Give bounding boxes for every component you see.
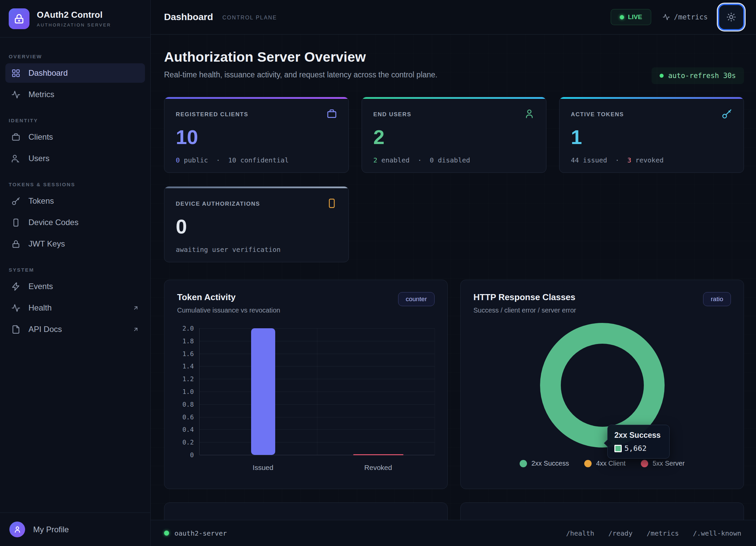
revoked-bar[interactable] — [353, 454, 403, 455]
sidebar-item-label: JWT Keys — [28, 239, 65, 249]
sun-icon — [726, 12, 737, 22]
sidebar-item-clients[interactable]: Clients — [5, 127, 145, 147]
my-profile[interactable]: My Profile — [0, 513, 150, 546]
activity-icon — [11, 90, 20, 99]
card-value: 1 — [571, 127, 732, 147]
auto-refresh-badge: auto-refresh 30s — [652, 67, 744, 84]
theme-toggle-button[interactable] — [719, 5, 743, 29]
clipped-panel-row — [164, 502, 744, 520]
sidebar-item-label: Metrics — [28, 90, 54, 99]
card-sub-part: 3 — [627, 156, 631, 164]
card-label: ACTIVE TOKENS — [571, 109, 624, 118]
brand: OAuth2 Control AUTHORIZATION SERVER — [0, 0, 150, 38]
sidebar-item-jwt-keys[interactable]: JWT Keys — [5, 234, 145, 254]
endpoint-well-known[interactable]: /.well-known — [693, 529, 742, 537]
refresh-dot-icon — [660, 74, 664, 78]
plot-area: Issued Revoked — [199, 328, 435, 455]
token-activity-panel: Token Activity Cumulative issuance vs re… — [164, 280, 448, 489]
y-tick: 0 — [190, 451, 194, 459]
metrics-link[interactable]: /metrics — [663, 13, 708, 21]
sidebar-item-users[interactable]: Users — [5, 149, 145, 168]
stat-card-registered-clients: REGISTERED CLIENTS 10 0 public · 10 conf… — [164, 97, 349, 173]
card-sub-part: 2 — [373, 156, 377, 164]
issued-bar[interactable] — [251, 328, 275, 455]
card-sub-part: revoked — [631, 156, 664, 164]
y-tick: 1.8 — [182, 337, 194, 345]
counter-badge: counter — [398, 292, 435, 306]
sidebar-item-label: Health — [28, 303, 52, 313]
card-sub-part: 0 disabled — [430, 156, 470, 164]
nav-section-system: SYSTEM — [9, 267, 142, 273]
sidebar-item-label: Tokens — [28, 196, 54, 206]
sidebar-item-label: Dashboard — [28, 68, 68, 78]
layout-grid-icon — [11, 69, 20, 78]
legend-item-2xx[interactable]: 2xx Success — [520, 460, 569, 467]
card-sub: 2 enabled · 0 disabled — [373, 156, 535, 164]
card-sub: 44 issued · 3 revoked — [571, 156, 732, 164]
app-title: OAuth2 Control — [37, 10, 111, 20]
endpoint-metrics[interactable]: /metrics — [647, 529, 679, 537]
card-sub-part: public — [180, 156, 208, 164]
sidebar-item-label: API Docs — [28, 325, 62, 334]
legend-item-5xx[interactable]: 5xx Server — [641, 460, 685, 467]
external-link-icon — [133, 326, 139, 333]
legend-item-4xx[interactable]: 4xx Client — [584, 460, 625, 467]
stat-card-active-tokens: ACTIVE TOKENS 1 44 issued · 3 revoked — [559, 97, 744, 173]
live-label: LIVE — [628, 13, 642, 21]
legend-label: 5xx Server — [653, 460, 685, 467]
nav-section-identity: IDENTITY — [9, 118, 142, 123]
live-dot-icon — [620, 15, 624, 19]
user-icon — [524, 109, 535, 119]
legend-dot-red — [641, 460, 648, 467]
stat-card-device-authorizations: DEVICE AUTHORIZATIONS 0 awaiting user ve… — [164, 186, 349, 262]
sidebar-item-api-docs[interactable]: API Docs — [5, 320, 145, 339]
y-tick: 0.4 — [182, 426, 194, 433]
card-sub-part: 0 — [176, 156, 180, 164]
card-sub-part: · — [208, 156, 228, 164]
briefcase-icon — [326, 109, 337, 119]
y-tick: 1.4 — [182, 362, 194, 370]
y-axis: 2.0 1.8 1.6 1.4 1.2 1.0 0.8 0.6 0.4 0.2 … — [177, 328, 199, 455]
http-response-classes-panel: HTTP Response Classes Success / client e… — [460, 280, 744, 489]
clipped-panel — [164, 502, 448, 520]
auto-refresh-label: auto-refresh 30s — [668, 72, 736, 80]
endpoint-links: /health /ready /metrics /.well-known — [566, 529, 741, 537]
x-label-issued: Issued — [253, 464, 274, 472]
tooltip-title: 2xx Success — [614, 431, 663, 440]
sidebar-item-health[interactable]: Health — [5, 298, 145, 318]
y-tick: 2.0 — [182, 325, 194, 332]
topbar-title: Dashboard — [164, 12, 213, 22]
nav-section-overview: OVERVIEW — [9, 54, 142, 59]
lock-icon — [9, 8, 29, 29]
sidebar-item-events[interactable]: Events — [5, 277, 145, 296]
app-window: OAuth2 Control AUTHORIZATION SERVER OVER… — [0, 0, 756, 546]
y-tick: 1.0 — [182, 388, 194, 395]
card-sub-part: · — [607, 156, 627, 164]
tooltip-value: 5,662 — [624, 444, 647, 453]
card-sub: awaiting user verification — [176, 246, 337, 254]
sidebar-item-dashboard[interactable]: Dashboard — [5, 63, 145, 83]
sidebar-item-label: Clients — [28, 132, 53, 142]
card-value: 10 — [176, 127, 337, 147]
tooltip-swatch — [614, 445, 622, 452]
main-area: Dashboard CONTROL PLANE LIVE /metrics — [151, 0, 756, 546]
sidebar-item-tokens[interactable]: Tokens — [5, 191, 145, 211]
user-icon — [9, 522, 25, 537]
card-accent-bar — [164, 97, 349, 99]
v-gridline — [435, 328, 435, 455]
card-sub-part: · — [409, 156, 430, 164]
y-tick: 0.2 — [182, 438, 194, 446]
top-bar: Dashboard CONTROL PLANE LIVE /metrics — [151, 0, 756, 35]
legend-label: 4xx Client — [596, 460, 625, 467]
card-value: 2 — [373, 127, 535, 147]
stat-card-end-users: END USERS 2 2 enabled · 0 disabled — [362, 97, 546, 173]
sidebar-item-device-codes[interactable]: Device Codes — [5, 213, 145, 232]
card-sub-part: 10 confidential — [228, 156, 289, 164]
zap-icon — [11, 282, 20, 291]
endpoint-health[interactable]: /health — [566, 529, 594, 537]
key-icon — [11, 197, 20, 206]
sidebar-item-metrics[interactable]: Metrics — [5, 85, 145, 104]
endpoint-ready[interactable]: /ready — [608, 529, 632, 537]
card-accent-bar — [164, 187, 349, 188]
card-sub-part: enabled — [377, 156, 409, 164]
